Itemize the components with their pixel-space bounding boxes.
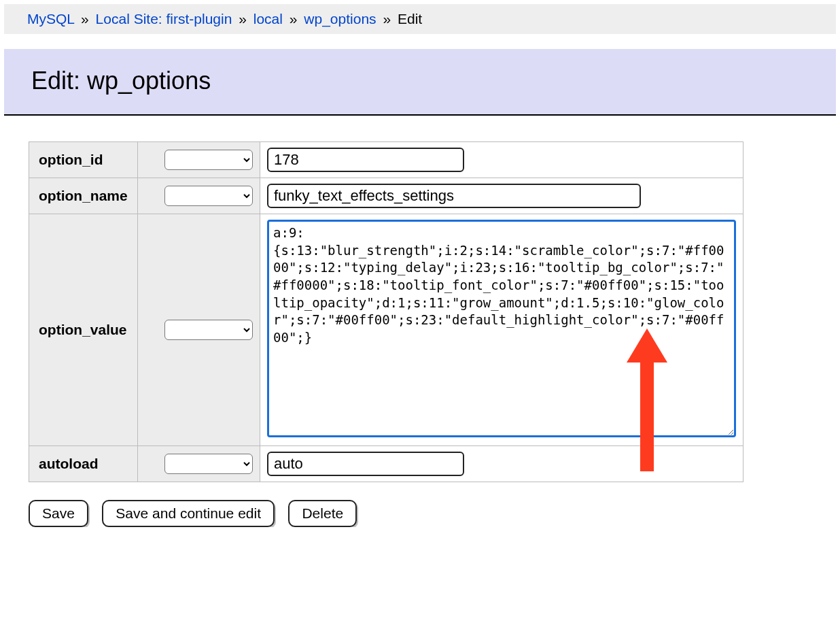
- action-buttons: Save Save and continue edit Delete: [29, 500, 840, 527]
- page-title: Edit: wp_options: [31, 67, 809, 95]
- breadcrumb: MySQL » Local Site: first-plugin » local…: [4, 4, 836, 34]
- field-label-option-id: option_id: [29, 142, 138, 178]
- breadcrumb-separator: »: [290, 11, 298, 27]
- field-label-option-name: option_name: [29, 178, 138, 214]
- breadcrumb-table[interactable]: wp_options: [304, 11, 376, 27]
- input-option-id[interactable]: [267, 148, 464, 172]
- field-row-autoload: autoload: [29, 446, 743, 482]
- breadcrumb-database[interactable]: local: [253, 11, 283, 27]
- textarea-option-value[interactable]: [267, 220, 736, 437]
- input-option-name[interactable]: [267, 184, 641, 208]
- breadcrumb-separator: »: [383, 11, 391, 27]
- edit-form: option_id option_name option_value: [29, 141, 836, 482]
- save-continue-button[interactable]: Save and continue edit: [102, 500, 275, 527]
- field-label-autoload: autoload: [29, 446, 138, 482]
- function-select-option-name[interactable]: [164, 186, 253, 206]
- breadcrumb-mysql[interactable]: MySQL: [27, 11, 74, 27]
- function-select-autoload[interactable]: [164, 454, 253, 474]
- save-button[interactable]: Save: [29, 500, 88, 527]
- field-row-option-name: option_name: [29, 178, 743, 214]
- function-select-option-id[interactable]: [164, 150, 253, 170]
- field-row-option-value: option_value: [29, 214, 743, 446]
- breadcrumb-current: Edit: [398, 11, 422, 27]
- breadcrumb-separator: »: [239, 11, 247, 27]
- fields-table: option_id option_name option_value: [29, 141, 743, 482]
- field-label-option-value: option_value: [29, 214, 138, 446]
- title-separator: [4, 114, 836, 116]
- delete-button[interactable]: Delete: [288, 500, 357, 527]
- breadcrumb-site[interactable]: Local Site: first-plugin: [96, 11, 232, 27]
- field-row-option-id: option_id: [29, 142, 743, 178]
- input-autoload[interactable]: [267, 452, 464, 476]
- breadcrumb-separator: »: [81, 11, 89, 27]
- function-select-option-value[interactable]: [164, 320, 253, 340]
- title-bar: Edit: wp_options: [4, 49, 836, 114]
